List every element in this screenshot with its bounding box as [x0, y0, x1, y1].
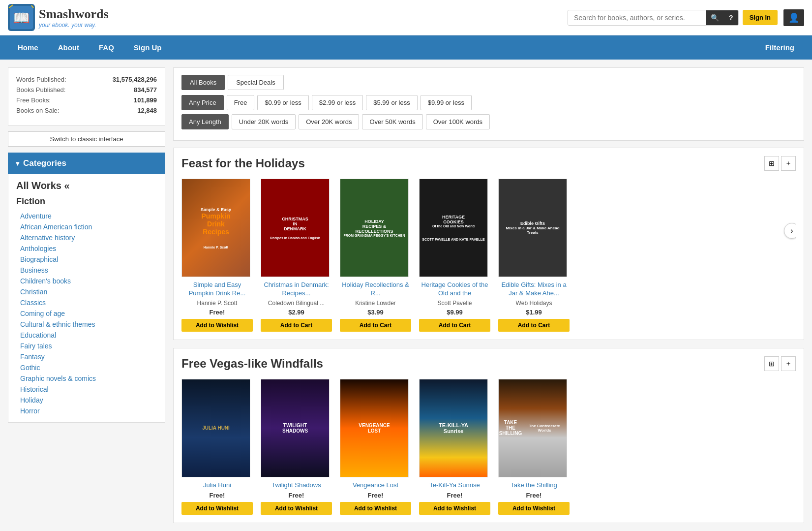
book-author-2: Coledown Bilingual ... — [261, 300, 332, 307]
cat-historical[interactable]: Historical — [16, 384, 157, 395]
book-title-v5[interactable]: Take the Shilling — [498, 481, 570, 490]
book-card-5: Edible GiftsMixes in a Jar & Make Ahead … — [498, 179, 570, 332]
book-price-3: $3.99 — [340, 309, 411, 316]
cat-fairy-tales[interactable]: Fairy tales — [16, 341, 157, 351]
book-card-2: CHRISTMASINDENMARKRecipes in Danish and … — [261, 179, 332, 332]
filter-599[interactable]: $5.99 or less — [366, 95, 417, 110]
book-cover-v1: JULIA HUNI — [181, 379, 250, 477]
filter-any-length[interactable]: Any Length — [181, 114, 229, 129]
filter-under20k[interactable]: Under 20K words — [232, 114, 296, 129]
book-card-3: HOLIDAYRECIPES &RECOLLECTIONSFROM GRANDM… — [340, 179, 411, 332]
logo-icon: 📖 — [8, 4, 35, 31]
filter-299[interactable]: $2.99 or less — [312, 95, 363, 110]
cat-cultural-ethnic[interactable]: Cultural & ethnic themes — [16, 319, 157, 330]
cat-childrens-books[interactable]: Children's books — [16, 276, 157, 286]
add-wishlist-button-v1[interactable]: Add to Wishlist — [181, 502, 253, 515]
add-wishlist-button-v4[interactable]: Add to Wishlist — [419, 502, 490, 515]
add-wishlist-button-1[interactable]: Add to Wishlist — [181, 319, 253, 332]
nav-item-filtering[interactable]: Filtering — [755, 35, 804, 60]
words-label: Words Published: — [16, 76, 66, 83]
add-wishlist-button-v5[interactable]: Add to Wishlist — [498, 502, 570, 515]
tab-all-books[interactable]: All Books — [181, 75, 225, 90]
cat-gothic[interactable]: Gothic — [16, 362, 157, 373]
book-cover-2: CHRISTMASINDENMARKRecipes in Danish and … — [261, 179, 330, 277]
tab-special-deals[interactable]: Special Deals — [228, 75, 284, 90]
book-price-5: $1.99 — [498, 309, 570, 316]
cat-anthologies[interactable]: Anthologies — [16, 243, 157, 254]
books-value: 834,577 — [134, 86, 157, 94]
cat-adventure[interactable]: Adventure — [16, 211, 157, 221]
book-card-v5: TAKE THESHILLINGThe Confederate Worlds T… — [498, 379, 570, 515]
classic-interface-button[interactable]: Switch to classic interface — [8, 131, 165, 147]
add-section-button-vegas[interactable]: ＋ — [781, 356, 796, 371]
user-icon-button[interactable]: 👤 — [783, 9, 804, 26]
cat-fantasy[interactable]: Fantasy — [16, 351, 157, 362]
filter-over50k[interactable]: Over 50K words — [362, 114, 422, 129]
book-section-vegas: Free Vegas-like Windfalls ⊞ ＋ JULIA HUNI… — [173, 348, 804, 523]
categories-label: Categories — [23, 158, 66, 168]
cat-horror[interactable]: Horror — [16, 406, 157, 416]
book-title-1[interactable]: Simple and Easy Pumpkin Drink Re... — [181, 281, 253, 298]
filter-099[interactable]: $0.99 or less — [257, 95, 308, 110]
add-wishlist-button-v3[interactable]: Add to Wishlist — [340, 502, 411, 515]
filter-any-price[interactable]: Any Price — [181, 95, 224, 110]
list-view-button[interactable]: ⊞ — [764, 156, 779, 171]
books-row-vegas: JULIA HUNI Julia Huni Free! Add to Wishl… — [181, 379, 796, 515]
book-title-v2[interactable]: Twilight Shadows — [261, 481, 332, 490]
next-arrow-feast[interactable]: › — [784, 223, 796, 239]
cat-biographical[interactable]: Biographical — [16, 254, 157, 265]
cat-african-american[interactable]: African American fiction — [16, 221, 157, 232]
categories-header[interactable]: ▾ Categories — [8, 153, 165, 174]
list-view-button-vegas[interactable]: ⊞ — [764, 356, 779, 371]
nav-item-faq[interactable]: FAQ — [89, 35, 124, 60]
book-title-3[interactable]: Holiday Recollections & R... — [340, 281, 411, 298]
book-title-4[interactable]: Heritage Cookies of the Old and the — [419, 281, 490, 298]
add-section-button[interactable]: ＋ — [781, 156, 796, 171]
sign-in-button[interactable]: Sign In — [743, 10, 778, 25]
book-title-2[interactable]: Christmas in Denmark: Recipes... — [261, 281, 332, 298]
add-cart-button-2[interactable]: Add to Cart — [261, 319, 332, 332]
filter-over100k[interactable]: Over 100K words — [426, 114, 490, 129]
help-button[interactable]: ? — [724, 10, 738, 25]
nav-item-about[interactable]: About — [48, 35, 89, 60]
add-cart-button-3[interactable]: Add to Cart — [340, 319, 411, 332]
add-cart-button-4[interactable]: Add to Cart — [419, 319, 490, 332]
cat-holiday[interactable]: Holiday — [16, 395, 157, 406]
search-button[interactable]: 🔍 — [706, 10, 724, 25]
filter-999[interactable]: $9.99 or less — [421, 95, 472, 110]
book-price-v3: Free! — [340, 492, 411, 499]
all-works-link[interactable]: All Works « — [16, 180, 157, 191]
book-author-3: Kristine Lowder — [340, 300, 411, 307]
filter-over20k[interactable]: Over 20K words — [299, 114, 359, 129]
nav-item-home[interactable]: Home — [8, 35, 48, 60]
free-value: 101,899 — [134, 96, 157, 104]
cat-alternative-history[interactable]: Alternative history — [16, 232, 157, 243]
add-cart-button-5[interactable]: Add to Cart — [498, 319, 570, 332]
book-title-v1[interactable]: Julia Huni — [181, 481, 253, 490]
filter-free[interactable]: Free — [227, 95, 255, 110]
fiction-label: Fiction — [16, 196, 157, 207]
stats-sale-row: Books on Sale: 12,848 — [16, 107, 157, 114]
sale-label: Books on Sale: — [16, 107, 59, 114]
chevron-down-icon: ▾ — [16, 159, 19, 167]
book-title-5[interactable]: Edible Gifts: Mixes in a Jar & Make Ahe.… — [498, 281, 570, 298]
book-title-v4[interactable]: Te-Kill-Ya Sunrise — [419, 481, 490, 490]
book-section-feast: Feast for the Holidays ⊞ ＋ Simple & Easy… — [173, 148, 804, 340]
book-type-tabs: All Books Special Deals — [181, 75, 796, 90]
add-wishlist-button-v2[interactable]: Add to Wishlist — [261, 502, 332, 515]
nav-item-signup[interactable]: Sign Up — [124, 35, 172, 60]
book-cover-v5: TAKE THESHILLINGThe Confederate Worlds — [498, 379, 567, 477]
book-cover-v4: TE-KILL-YASunrise — [419, 379, 488, 477]
cat-classics[interactable]: Classics — [16, 297, 157, 308]
cat-business[interactable]: Business — [16, 265, 157, 276]
books-label: Books Published: — [16, 86, 65, 94]
cat-christian[interactable]: Christian — [16, 286, 157, 297]
cat-graphic-novels[interactable]: Graphic novels & comics — [16, 373, 157, 384]
search-input[interactable] — [568, 10, 706, 25]
section-title-vegas: Free Vegas-like Windfalls — [181, 357, 323, 371]
book-author-5: Web Holidays — [498, 300, 570, 307]
filter-section: All Books Special Deals Any Price Free $… — [173, 67, 804, 141]
book-title-v3[interactable]: Vengeance Lost — [340, 481, 411, 490]
cat-coming-of-age[interactable]: Coming of age — [16, 308, 157, 319]
cat-educational[interactable]: Educational — [16, 330, 157, 341]
